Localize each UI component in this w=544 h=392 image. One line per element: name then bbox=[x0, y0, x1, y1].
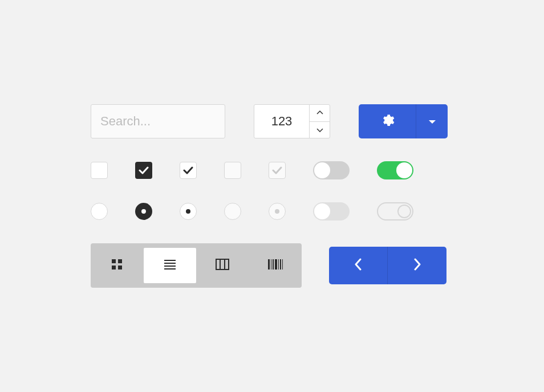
radio-disabled-selected bbox=[269, 203, 286, 220]
settings-dropdown-toggle[interactable] bbox=[416, 104, 448, 138]
caret-down-icon bbox=[428, 116, 436, 126]
view-grid-tab[interactable] bbox=[91, 243, 144, 288]
stepper-arrows bbox=[309, 105, 330, 138]
svg-rect-19 bbox=[282, 259, 283, 270]
list-icon bbox=[163, 259, 177, 272]
view-list-tab[interactable] bbox=[144, 248, 197, 283]
stepper-up[interactable] bbox=[310, 105, 330, 122]
svg-rect-3 bbox=[118, 259, 122, 263]
toggle-off[interactable] bbox=[313, 161, 350, 179]
view-barcode-tab[interactable] bbox=[249, 243, 302, 288]
checkbox-checked-outline[interactable] bbox=[180, 162, 197, 179]
barcode-icon bbox=[268, 259, 283, 272]
svg-rect-4 bbox=[112, 266, 116, 270]
stepper-down[interactable] bbox=[310, 122, 330, 138]
radio-selected-filled[interactable] bbox=[135, 203, 152, 220]
svg-rect-13 bbox=[268, 259, 270, 270]
settings-button[interactable] bbox=[359, 104, 416, 138]
svg-rect-2 bbox=[112, 259, 116, 263]
svg-rect-17 bbox=[278, 259, 279, 270]
svg-rect-5 bbox=[118, 266, 122, 270]
radio-selected-outline[interactable] bbox=[180, 203, 197, 220]
svg-rect-16 bbox=[275, 259, 277, 270]
row-checkboxes bbox=[91, 161, 453, 179]
svg-rect-10 bbox=[216, 259, 229, 270]
row-radios bbox=[91, 202, 453, 220]
toggle-on[interactable] bbox=[377, 161, 413, 179]
row-inputs: 123 bbox=[91, 104, 453, 138]
view-segmented-control bbox=[91, 243, 302, 288]
toggle-disabled-on bbox=[377, 202, 413, 220]
number-stepper[interactable]: 123 bbox=[254, 104, 330, 138]
view-columns-tab[interactable] bbox=[196, 243, 249, 288]
search-field[interactable] bbox=[91, 104, 225, 138]
grid-icon bbox=[111, 258, 123, 273]
gear-icon bbox=[380, 113, 395, 130]
svg-rect-18 bbox=[280, 259, 281, 270]
checkbox-disabled bbox=[224, 162, 241, 179]
search-input[interactable] bbox=[100, 114, 257, 129]
pager bbox=[329, 247, 446, 284]
checkbox-checked-filled[interactable] bbox=[135, 162, 152, 179]
row-segmented bbox=[91, 243, 453, 288]
settings-dropdown-button bbox=[359, 104, 448, 138]
pager-next[interactable] bbox=[388, 247, 446, 284]
stepper-value: 123 bbox=[254, 105, 309, 138]
pager-prev[interactable] bbox=[329, 247, 388, 284]
chevron-right-icon bbox=[413, 258, 421, 273]
svg-rect-15 bbox=[273, 259, 274, 270]
columns-icon bbox=[216, 259, 229, 272]
chevron-left-icon bbox=[354, 258, 362, 273]
toggle-disabled-off bbox=[313, 202, 350, 220]
ui-kit-panel: 123 bbox=[91, 104, 453, 288]
radio-unselected[interactable] bbox=[91, 203, 108, 220]
radio-disabled bbox=[224, 203, 241, 220]
checkbox-unchecked[interactable] bbox=[91, 162, 108, 179]
checkbox-disabled-checked bbox=[269, 162, 286, 179]
svg-rect-14 bbox=[271, 259, 271, 270]
